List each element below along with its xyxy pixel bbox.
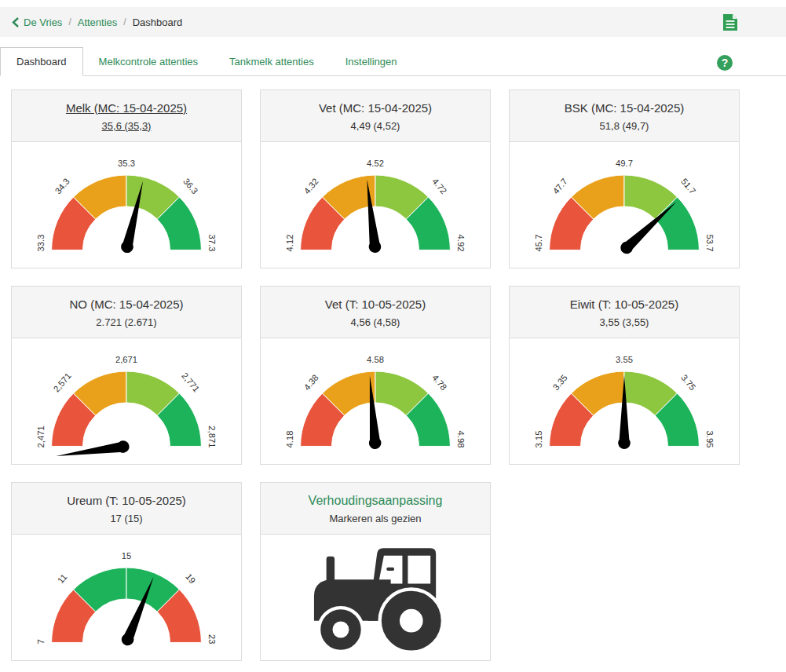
card-body: 33.334.335.336.337.3	[12, 142, 241, 268]
gauge-tick-label: 2,871	[207, 425, 217, 447]
card-header: Eiwit (T: 10-05-2025)3,55 (3,55)	[510, 287, 739, 338]
gauge-tick-label: 45.7	[534, 235, 543, 252]
breadcrumb-item-de-vries[interactable]: De Vries	[24, 16, 62, 28]
gauge-tick-label: 4.98	[456, 431, 466, 448]
breadcrumb-separator: /	[123, 16, 126, 27]
gauge-tick-label: 2,671	[115, 355, 137, 364]
tab-tankmelk-attenties[interactable]: Tankmelk attenties	[214, 48, 330, 75]
card-title-eiwit-t: Eiwit (T: 10-05-2025)	[516, 298, 733, 312]
card-bsk-mc: BSK (MC: 15-04-2025)51,8 (49,7)45.747.74…	[509, 89, 740, 268]
gauge-tick-label: 49.7	[616, 159, 633, 168]
card-value-eiwit-t: 3,55 (3,55)	[516, 316, 733, 328]
tab-bar: Dashboard Melkcontrole attenties Tankmel…	[0, 47, 786, 76]
gauge-tick-label: 2,471	[36, 425, 46, 447]
gauge-tick-label: 4.18	[285, 431, 294, 448]
gauge-tick-label: 4.58	[367, 355, 384, 364]
gauge-tick-label: 4.38	[302, 373, 320, 392]
chevron-left-icon[interactable]	[12, 17, 19, 27]
gauge-tick-label: 36.3	[181, 177, 199, 195]
gauge-tick-label: 34.3	[53, 177, 71, 195]
breadcrumb-item-attenties[interactable]: Attenties	[78, 16, 118, 28]
tab-dashboard[interactable]: Dashboard	[0, 47, 83, 76]
card-verhoudingsaanpassing: VerhoudingsaanpassingMarkeren als gezien	[260, 482, 491, 661]
card-vet-t: Vet (T: 10-05-2025)4,56 (4,58)4.184.384.…	[260, 286, 491, 465]
gauge-tick-label: 4.32	[302, 177, 320, 195]
gauge-tick-label: 15	[122, 551, 131, 561]
gauge-melk-mc: 33.334.335.336.337.3	[12, 143, 241, 267]
gauge-tick-label: 11	[56, 572, 69, 586]
card-body	[261, 535, 490, 660]
card-body: 4.124.324.524.724.92	[261, 142, 490, 268]
card-no-mc: NO (MC: 15-04-2025)2.721 (2.671)2,4712,5…	[11, 286, 242, 465]
page: De Vries / Attenties / Dashboard Dashboa…	[0, 7, 786, 661]
breadcrumb-separator: /	[68, 16, 71, 27]
card-body: 2,4712,5712,6712,7712,871	[12, 338, 241, 464]
card-body: 4.184.384.584.784.98	[261, 338, 490, 464]
card-value-melk-mc[interactable]: 35,6 (35,3)	[18, 120, 235, 132]
card-header: VerhoudingsaanpassingMarkeren als gezien	[261, 483, 490, 535]
gauge-tick-label: 7	[36, 639, 46, 644]
card-header: Vet (MC: 15-04-2025)4,49 (4,52)	[261, 90, 490, 142]
card-title-bsk-mc: BSK (MC: 15-04-2025)	[516, 101, 733, 115]
card-title-ureum-t: Ureum (T: 10-05-2025)	[18, 494, 235, 508]
card-header: Melk (MC: 15-04-2025)35,6 (35,3)	[12, 90, 241, 142]
card-header: BSK (MC: 15-04-2025)51,8 (49,7)	[510, 90, 739, 142]
gauge-tick-label: 4.72	[430, 177, 448, 195]
gauge-tick-label: 3.75	[679, 373, 697, 392]
gauge-tick-label: 3.15	[534, 431, 543, 448]
gauge-tick-label: 2,771	[180, 371, 201, 393]
gauge-tick-label: 3.95	[705, 431, 715, 448]
card-header: Ureum (T: 10-05-2025)17 (15)	[12, 483, 241, 535]
card-value-bsk-mc: 51,8 (49,7)	[516, 120, 733, 132]
gauge-tick-label: 2,571	[52, 371, 73, 393]
card-title-melk-mc[interactable]: Melk (MC: 15-04-2025)	[18, 101, 235, 115]
gauge-tick-label: 3.55	[616, 355, 633, 364]
card-melk-mc: Melk (MC: 15-04-2025)35,6 (35,3)33.334.3…	[11, 89, 242, 268]
gauge-tick-label: 33.3	[36, 235, 46, 252]
card-title-vet-mc: Vet (MC: 15-04-2025)	[267, 101, 484, 115]
card-title-no-mc: NO (MC: 15-04-2025)	[18, 298, 235, 312]
card-vet-mc: Vet (MC: 15-04-2025)4,49 (4,52)4.124.324…	[260, 89, 491, 268]
mark-as-seen-action[interactable]: Markeren als gezien	[267, 513, 484, 524]
gauge-tick-label: 19	[184, 572, 197, 585]
gauge-tick-label: 23	[207, 634, 217, 644]
card-header: Vet (T: 10-05-2025)4,56 (4,58)	[261, 287, 490, 338]
gauge-tick-label: 53.7	[705, 235, 715, 252]
tab-melkcontrole-attenties[interactable]: Melkcontrole attenties	[83, 48, 214, 75]
card-body: 3.153.353.553.753.95	[510, 338, 739, 464]
gauge-tick-label: 47.7	[550, 177, 568, 195]
help-icon[interactable]: ?	[717, 55, 733, 71]
breadcrumb: De Vries / Attenties / Dashboard	[0, 7, 786, 37]
gauge-bsk-mc: 45.747.749.751.753.7	[510, 143, 739, 267]
card-value-vet-mc: 4,49 (4,52)	[267, 120, 484, 132]
gauge-tick-label: 3.35	[550, 373, 568, 392]
card-value-vet-t: 4,56 (4,58)	[267, 316, 484, 328]
gauge-tick-label: 37.3	[207, 235, 217, 252]
gauge-tick-label: 4.12	[285, 235, 294, 252]
card-ureum-t: Ureum (T: 10-05-2025)17 (15)711151923	[11, 482, 242, 661]
gauge-vet-mc: 4.124.324.524.724.92	[261, 143, 490, 267]
card-body: 45.747.749.751.753.7	[510, 142, 739, 268]
breadcrumb-item-dashboard: Dashboard	[133, 16, 183, 28]
card-value-ureum-t: 17 (15)	[18, 513, 235, 524]
card-body: 711151923	[12, 535, 241, 660]
gauge-eiwit-t: 3.153.353.553.753.95	[510, 339, 739, 463]
gauge-ureum-t: 711151923	[12, 535, 241, 659]
card-title-vet-t: Vet (T: 10-05-2025)	[267, 298, 484, 312]
card-header: NO (MC: 15-04-2025)2.721 (2.671)	[12, 287, 241, 338]
dashboard-card-grid: Melk (MC: 15-04-2025)35,6 (35,3)33.334.3…	[0, 76, 786, 661]
gauge-no-mc: 2,4712,5712,6712,7712,871	[12, 339, 241, 463]
tractor-icon	[297, 539, 454, 656]
report-document-icon[interactable]	[722, 13, 738, 31]
gauge-tick-label: 4.52	[367, 159, 384, 168]
card-title-verhoudingsaanpassing[interactable]: Verhoudingsaanpassing	[267, 494, 484, 508]
tab-instellingen[interactable]: Instellingen	[330, 48, 413, 75]
gauge-tick-label: 4.92	[456, 235, 466, 252]
gauge-tick-label: 35.3	[118, 159, 135, 168]
gauge-vet-t: 4.184.384.584.784.98	[261, 339, 490, 463]
gauge-tick-label: 4.78	[430, 373, 448, 392]
card-eiwit-t: Eiwit (T: 10-05-2025)3,55 (3,55)3.153.35…	[509, 286, 740, 465]
card-value-no-mc: 2.721 (2.671)	[18, 316, 235, 328]
gauge-tick-label: 51.7	[679, 177, 697, 195]
